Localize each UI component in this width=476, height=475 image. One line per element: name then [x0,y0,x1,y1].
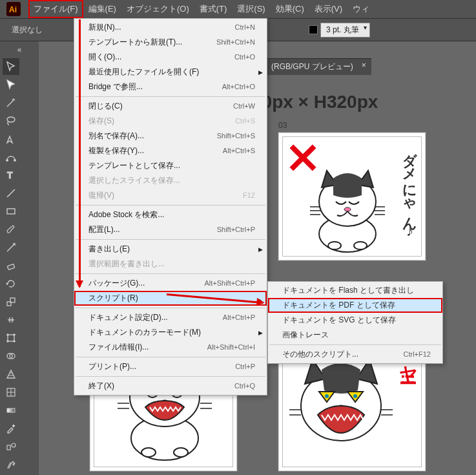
svg-point-23 [13,464,14,465]
file-menu-item[interactable]: パッケージ(G)...Alt+Shift+Ctrl+P [74,276,267,291]
file-menu-item[interactable]: 別名で保存(A)...Shift+Ctrl+S [74,129,267,143]
type-tool[interactable]: T [3,167,19,184]
svg-point-33 [354,242,367,249]
svg-point-4 [14,160,16,162]
artboard-label: 03 [278,121,287,130]
mesh-tool[interactable] [3,384,19,401]
script-submenu: ドキュメントを Flash として書き出しドキュメントを PDF として保存ドキ… [267,281,443,364]
script-submenu-item[interactable]: その他のスクリプト...Ctrl+F12 [268,347,442,362]
sticker-caption: ダメにゃん♪ [402,142,417,239]
svg-rect-10 [8,335,14,341]
file-menu-item: 復帰(V)F12 [74,188,267,203]
file-menu-item: 保存(S)Ctrl+S [74,114,267,129]
file-menu-item[interactable]: 新規(N)...Ctrl+N [74,20,267,35]
svg-point-14 [14,341,16,343]
file-menu-item[interactable]: ファイル情報(I)...Alt+Shift+Ctrl+I [74,340,267,355]
svg-point-44 [325,394,329,398]
svg-point-12 [14,334,16,336]
script-submenu-item[interactable]: ドキュメントを PDF として保存 [268,298,442,313]
file-menu-dropdown: 新規(N)...Ctrl+Nテンプレートから新規(T)...Shift+Ctrl… [74,18,267,396]
magic-wand-tool[interactable] [3,94,19,111]
file-menu-item[interactable]: 書き出し(E) [74,242,267,257]
svg-point-20 [12,443,16,447]
menu-file[interactable]: ファイル(F) [28,0,83,18]
file-menu-item: 選択したスライスを保存... [74,173,267,188]
lasso-tool[interactable] [3,112,19,129]
line-tool[interactable] [3,185,19,202]
app-logo: Ai [3,0,25,18]
menu-view[interactable]: 表示(V) [309,0,347,18]
svg-rect-6 [7,209,15,214]
symbol-sprayer-tool[interactable] [3,456,19,473]
eyedropper-tool[interactable] [3,420,19,437]
svg-point-42 [174,448,188,457]
svg-text:Ai: Ai [9,5,17,14]
file-menu-item: 選択範囲を書き出し... [74,257,267,271]
svg-rect-7 [7,264,14,269]
file-menu-item[interactable]: 開く(O)...Ctrl+O [74,50,267,65]
shape-builder-tool[interactable] [3,348,19,364]
file-menu-item[interactable]: テンプレートとして保存... [74,158,267,173]
svg-point-21 [12,461,14,463]
rectangle-tool[interactable] [3,203,19,220]
menu-select[interactable]: 選択(S) [232,0,270,18]
file-menu-item[interactable]: プリント(P)...Ctrl+P [74,359,267,374]
script-submenu-item[interactable]: 画像トレース [268,328,442,343]
script-submenu-item[interactable]: ドキュメントを SVG として保存 [268,313,442,328]
file-menu-item[interactable]: ドキュメントのカラーモード(M) [74,325,267,340]
svg-rect-19 [7,445,10,450]
svg-point-3 [6,160,8,162]
menu-effect[interactable]: 効果(C) [271,0,309,18]
paintbrush-tool[interactable] [3,221,19,238]
svg-rect-18 [7,408,15,412]
toolbox: T [0,41,39,475]
blend-tool[interactable] [3,438,19,455]
menubar: Ai ファイル(F) 編集(E) オブジェクト(O) 書式(T) 選択(S) 効… [0,0,476,18]
curvature-tool[interactable] [3,149,19,165]
free-transform-tool[interactable] [3,330,19,346]
file-menu-item[interactable]: 閉じる(C)Ctrl+W [74,99,267,114]
file-menu-item[interactable]: 複製を保存(Y)...Alt+Ctrl+S [74,143,267,158]
file-menu-item[interactable]: Adobe Stock を検索... [74,207,267,222]
file-menu-item[interactable]: スクリプト(R) [74,291,267,306]
svg-point-41 [141,448,156,457]
cat-illustration [287,354,397,464]
file-menu-item[interactable]: 配置(L)...Shift+Ctrl+P [74,222,267,237]
stroke-swatch[interactable] [309,25,318,34]
cat-illustration [302,163,393,253]
document-tab-label: (RGB/GPU プレビュー) [271,62,353,71]
annotation-arrow-down [79,19,81,287]
close-icon[interactable]: × [362,61,366,70]
menu-type[interactable]: 書式(T) [194,0,233,18]
canvas-dimensions-text: 70px × H320px [252,92,378,112]
file-menu-item[interactable]: 最近使用したファイルを開く(F) [74,65,267,79]
gradient-tool[interactable] [3,402,19,419]
stroke-weight-combo[interactable]: 3 pt. 丸筆 [320,23,370,37]
selection-tool[interactable] [3,58,19,75]
file-menu-item[interactable]: テンプレートから新規(T)...Shift+Ctrl+N [74,35,267,50]
svg-point-31 [344,207,351,211]
direct-selection-tool[interactable] [3,76,19,93]
svg-point-11 [7,334,9,336]
menu-object[interactable]: オブジェクト(O) [121,0,194,18]
rotate-tool[interactable] [3,275,19,292]
shaper-tool[interactable] [3,239,19,256]
pen-tool[interactable] [3,131,19,147]
script-submenu-item[interactable]: ドキュメントを Flash として書き出し [268,283,442,298]
file-menu-item[interactable]: 終了(X)Ctrl+Q [74,379,267,394]
file-menu-item[interactable]: ドキュメント設定(D)...Alt+Ctrl+P [74,310,267,325]
selection-status: 選択なし [12,25,43,36]
file-menu-item[interactable]: Bridge で参照...Alt+Ctrl+O [74,79,267,94]
artboard-03: 03 ダメにゃん♪ [278,132,426,261]
svg-text:T: T [7,170,13,180]
scale-tool[interactable] [3,293,19,310]
eraser-tool[interactable] [3,257,19,274]
menu-edit[interactable]: 編集(E) [83,0,121,18]
menu-window[interactable]: ウィ [347,0,375,18]
perspective-tool[interactable] [3,366,19,383]
svg-point-13 [7,341,9,343]
width-tool[interactable] [3,311,19,328]
document-tab[interactable]: (RGB/GPU プレビュー) × [265,58,371,75]
svg-point-45 [353,394,357,398]
svg-point-32 [328,242,341,249]
